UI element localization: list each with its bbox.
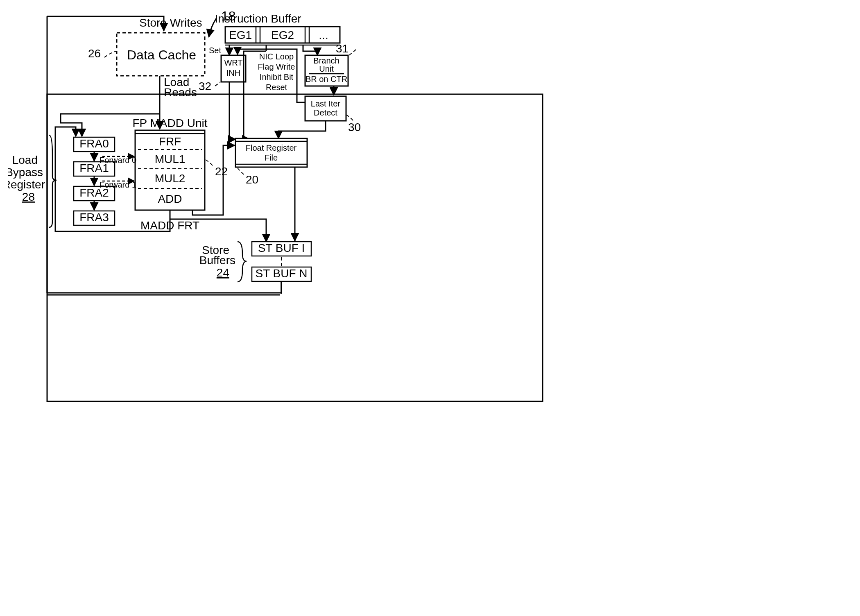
data-cache-label: Data Cache bbox=[127, 48, 196, 62]
float-reg-label1: Float Register bbox=[246, 143, 297, 152]
ref-32: 32 bbox=[199, 80, 211, 93]
ref-28: 28 bbox=[22, 190, 35, 203]
load-bypass-label1: Load bbox=[12, 154, 38, 166]
branch-unit-label1: Branch bbox=[313, 56, 339, 65]
mul1-label: MUL1 bbox=[155, 153, 186, 165]
add-label: ADD bbox=[158, 192, 182, 205]
fp-madd-label: FP MADD Unit bbox=[132, 117, 207, 129]
fra3-label: FRA3 bbox=[79, 211, 109, 224]
load-bypass-label3: Register bbox=[8, 178, 45, 191]
madd-frt-label: MADD FRT bbox=[140, 219, 199, 232]
block-diagram: Data Cache 26 Store Writes 18 Instructio… bbox=[8, 8, 561, 405]
ref-26: 26 bbox=[88, 47, 101, 60]
nic1-label: NIC Loop bbox=[259, 52, 294, 61]
svg-rect-28 bbox=[280, 294, 310, 296]
ref-24: 24 bbox=[217, 266, 229, 279]
fwd1-label: Forward 1 bbox=[100, 180, 136, 189]
store-writes-label: Store Writes bbox=[139, 16, 202, 29]
br-on-ctr-label: BR on CTR bbox=[306, 75, 347, 84]
ref-20: 20 bbox=[246, 173, 258, 186]
eg1-label: EG1 bbox=[229, 29, 252, 41]
frf-label: FRF bbox=[159, 135, 181, 148]
nic3-label: Inhibit Bit bbox=[260, 72, 294, 82]
last-iter-label1: Last Iter bbox=[311, 99, 341, 108]
ref-22: 22 bbox=[215, 165, 228, 178]
load-bypass-label2: Bypass bbox=[8, 166, 43, 179]
inh-label: INH bbox=[226, 68, 240, 77]
mul2-label: MUL2 bbox=[155, 172, 186, 185]
instruction-buffer-label: Instruction Buffer bbox=[215, 12, 301, 25]
load-reads-label2: Reads bbox=[164, 86, 197, 99]
stbufi-label: ST BUF I bbox=[258, 242, 305, 254]
stbufn-label: ST BUF N bbox=[255, 267, 307, 280]
eg-dots-label: ... bbox=[319, 29, 328, 41]
ref-31: 31 bbox=[336, 42, 349, 55]
fwd0-label: Forward 0 bbox=[100, 156, 136, 165]
last-iter-label2: Detect bbox=[314, 108, 337, 117]
svg-rect-12 bbox=[235, 138, 307, 167]
ref-30: 30 bbox=[348, 121, 361, 134]
float-reg-label2: File bbox=[265, 153, 278, 162]
fra0-label: FRA0 bbox=[79, 137, 109, 150]
store-buffers-label2: Buffers bbox=[199, 254, 235, 267]
wrt-label: WRT bbox=[224, 58, 242, 67]
eg2-label: EG2 bbox=[271, 29, 294, 41]
set-label: Set bbox=[209, 46, 221, 55]
branch-unit-label2: Unit bbox=[319, 64, 334, 73]
svg-rect-27 bbox=[308, 294, 310, 392]
nic4-label: Reset bbox=[266, 83, 287, 92]
nic2-label: Flag Write bbox=[258, 62, 295, 71]
